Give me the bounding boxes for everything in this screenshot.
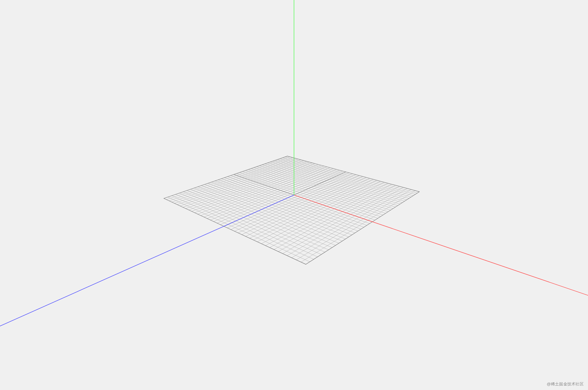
svg-line-55 — [257, 180, 376, 242]
svg-line-23 — [198, 165, 321, 214]
svg-line-71 — [292, 189, 407, 258]
svg-line-49 — [246, 177, 366, 236]
svg-line-6 — [278, 159, 411, 197]
svg-line-1 — [166, 157, 290, 200]
svg-line-60 — [194, 188, 336, 245]
svg-line-21 — [195, 164, 318, 213]
svg-line-26 — [251, 168, 388, 212]
svg-line-40 — [228, 176, 367, 225]
svg-line-82 — [294, 195, 588, 310]
svg-line-3 — [169, 158, 293, 201]
svg-line-81 — [306, 192, 419, 264]
svg-line-68 — [179, 193, 321, 255]
scene-canvas[interactable] — [0, 0, 588, 390]
svg-line-56 — [201, 185, 342, 241]
svg-line-53 — [254, 179, 373, 240]
svg-line-15 — [186, 162, 309, 209]
svg-line-57 — [262, 181, 380, 244]
svg-line-10 — [273, 161, 407, 200]
svg-line-17 — [189, 163, 312, 210]
svg-line-75 — [301, 191, 415, 262]
svg-line-33 — [214, 169, 336, 222]
svg-line-62 — [191, 189, 332, 248]
svg-line-25 — [201, 166, 324, 215]
svg-line-8 — [275, 160, 409, 198]
grid-major-lines — [164, 156, 419, 264]
svg-line-27 — [204, 167, 327, 217]
svg-line-51 — [250, 178, 370, 238]
svg-line-32 — [243, 172, 380, 217]
watermark-text: @稀土掘金技术社区 — [547, 381, 584, 387]
svg-line-12 — [270, 162, 405, 201]
svg-line-54 — [205, 184, 346, 239]
axis-gizmo — [0, 0, 588, 340]
svg-line-69 — [287, 187, 403, 256]
3d-viewport[interactable]: @稀土掘金技术社区 — [0, 0, 588, 390]
svg-line-67 — [283, 186, 399, 254]
grid-minor-lines — [166, 157, 417, 262]
svg-line-19 — [192, 163, 315, 211]
svg-line-70 — [176, 194, 317, 257]
svg-line-28 — [249, 169, 386, 213]
